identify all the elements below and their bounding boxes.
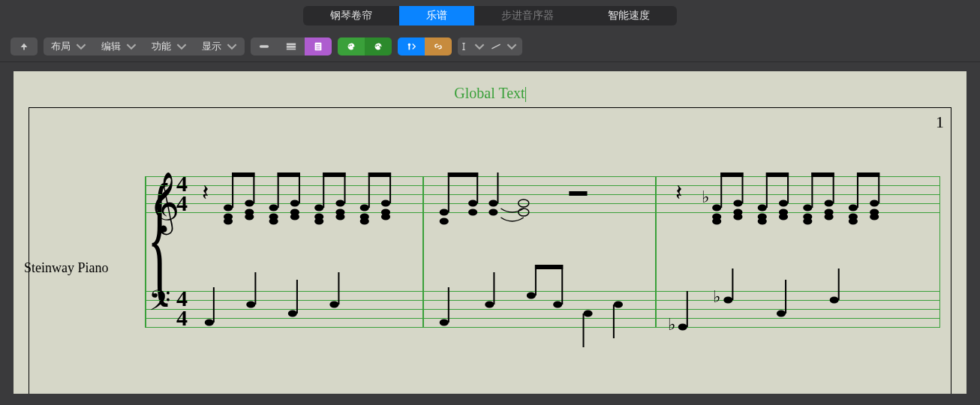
svg-text:♭: ♭ [668,315,675,334]
svg-rect-123 [613,304,615,338]
midi-in-icon [406,41,416,52]
svg-rect-56 [448,172,449,212]
svg-rect-101 [878,172,879,203]
svg-rect-41 [344,172,346,203]
svg-rect-49 [368,172,370,208]
link-button[interactable] [425,38,452,56]
score-canvas[interactable]: Global Text 1 Steinway Piano { 𝄞 4 4 𝄢 [14,71,966,394]
svg-point-59 [488,200,498,207]
svg-point-113 [485,302,494,308]
svg-rect-58 [448,172,478,177]
svg-point-16 [224,205,233,212]
svg-text:♭: ♭ [702,188,709,206]
svg-rect-7 [316,49,320,50]
svg-rect-126 [687,291,688,327]
music-notes: 𝄽 [145,146,940,356]
svg-point-109 [329,302,338,308]
edit-menu[interactable]: 编辑 [94,38,144,56]
svg-point-120 [584,310,593,317]
svg-point-63 [519,208,529,216]
connection-group [398,38,452,56]
tab-segment: 钢琴卷帘 乐谱 步进音序器 智能速度 [303,6,677,26]
svg-rect-1 [287,44,296,46]
svg-rect-64 [569,191,587,196]
svg-point-94 [849,205,858,212]
svg-point-122 [614,302,623,308]
svg-point-27 [269,218,278,225]
svg-point-97 [870,200,879,207]
chevron-down-icon [76,41,86,52]
svg-rect-119 [535,265,563,269]
instrument-label: Steinway Piano [24,260,109,276]
line-tool-icon [491,41,501,52]
svg-point-81 [779,214,788,220]
palette-2-icon [373,41,383,52]
collapse-button[interactable] [11,38,38,56]
view-menu[interactable]: 显示 [194,38,245,56]
svg-rect-23 [253,172,254,203]
score-toolbar: 布局 编辑 功能 显示 [0,32,980,62]
page-number: 1 [936,112,944,132]
svg-point-9 [350,44,352,46]
tab-smart-tempo[interactable]: 智能速度 [581,6,677,26]
svg-rect-92 [833,172,834,203]
svg-point-60 [488,209,498,216]
svg-point-88 [825,200,834,207]
svg-point-115 [527,292,536,299]
text-tool-button[interactable] [458,38,485,56]
svg-point-128 [723,297,732,304]
line-tool-button[interactable] [485,38,522,56]
svg-point-99 [870,214,879,220]
svg-rect-110 [338,272,339,304]
svg-point-25 [269,205,278,212]
svg-point-103 [205,320,214,326]
color-palette-2-button[interactable] [365,38,392,56]
tab-step-sequencer[interactable]: 步进音序器 [474,6,581,26]
wrapped-view-button[interactable] [278,38,305,56]
midi-in-button[interactable] [398,38,425,56]
svg-rect-50 [389,172,391,203]
svg-rect-104 [213,287,215,322]
global-text-field[interactable]: Global Text [14,85,966,102]
color-group [338,38,392,56]
svg-point-79 [779,200,788,207]
tab-score[interactable]: 乐谱 [399,6,474,26]
svg-rect-24 [232,172,254,177]
chevron-down-icon [227,41,237,52]
svg-point-37 [335,200,344,207]
svg-point-30 [290,214,299,220]
svg-rect-121 [583,314,585,347]
svg-point-19 [245,200,254,207]
layout-menu[interactable]: 布局 [44,38,94,56]
color-palette-button[interactable] [338,38,365,56]
tab-piano-roll[interactable]: 钢琴卷帘 [303,6,399,26]
wrapped-view-icon [286,41,296,52]
linear-view-button[interactable] [251,38,278,56]
svg-rect-83 [787,172,789,203]
svg-point-67 [712,205,721,212]
svg-point-54 [468,200,477,207]
svg-rect-114 [493,272,495,304]
svg-text:𝄽: 𝄽 [203,185,208,200]
svg-point-36 [314,218,323,225]
svg-rect-82 [766,172,768,208]
grand-staff: { 𝄞 4 4 𝄢 4 4 [145,176,940,327]
functions-label: 功能 [152,40,171,53]
svg-point-116 [553,302,562,308]
svg-rect-31 [278,172,279,208]
svg-rect-129 [732,268,733,300]
svg-rect-2 [287,46,296,48]
page-view-button[interactable] [305,38,332,56]
svg-point-70 [733,200,742,207]
svg-point-55 [468,209,477,216]
chevron-down-icon [126,41,137,52]
functions-menu[interactable]: 功能 [144,38,194,56]
svg-rect-0 [260,45,269,48]
svg-point-125 [678,324,687,331]
layout-label: 布局 [51,40,71,53]
svg-point-76 [758,205,767,212]
svg-point-10 [376,45,377,46]
svg-rect-14 [409,45,410,50]
svg-rect-22 [232,172,233,208]
svg-rect-57 [476,172,478,203]
